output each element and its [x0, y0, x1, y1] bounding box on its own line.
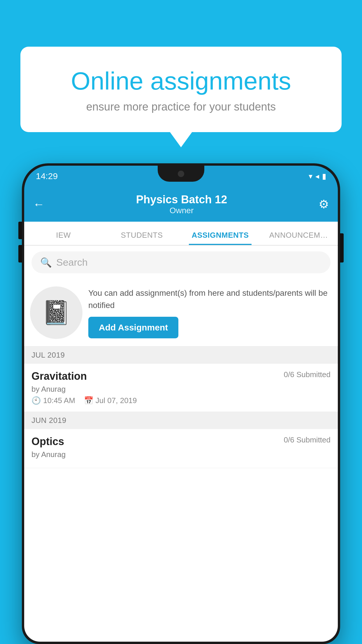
promo-section: 📓 You can add assignment(s) from here an… [24, 279, 338, 346]
power-button [340, 233, 344, 262]
promo-icon-circle: 📓 [30, 286, 82, 339]
tab-assignments[interactable]: ASSIGNMENTS [181, 231, 259, 245]
promo-description: You can add assignment(s) from here and … [88, 287, 331, 312]
tabs-bar: IEW STUDENTS ASSIGNMENTS ANNOUNCEM… [24, 222, 338, 246]
assignment-author: by Anurag [31, 385, 331, 394]
assignment-optics-top: Optics 0/6 Submitted [31, 435, 331, 448]
app-header: ← Physics Batch 12 Owner ⚙ [24, 187, 338, 222]
phone-screen: 14:29 ▾ ◂ ▮ ← Physics Batch 12 Owner ⚙ I… [24, 166, 338, 642]
status-bar: 14:29 ▾ ◂ ▮ [24, 166, 338, 187]
bubble-subtitle: ensure more practice for your students [44, 101, 318, 113]
optics-name: Optics [31, 435, 64, 448]
section-jul-2019: JUL 2019 [24, 346, 338, 364]
assignment-time-date: 🕙 10:45 AM 📅 Jul 07, 2019 [31, 396, 331, 405]
date-item: 📅 Jul 07, 2019 [84, 396, 137, 405]
tab-iew[interactable]: IEW [24, 231, 103, 245]
status-icons: ▾ ◂ ▮ [309, 172, 326, 181]
section-jun-2019: JUN 2019 [24, 412, 338, 429]
search-icon: 🔍 [40, 257, 52, 268]
tab-students[interactable]: STUDENTS [103, 231, 181, 245]
status-time: 14:29 [36, 171, 58, 181]
front-camera [178, 171, 184, 177]
volume-up-button [18, 222, 22, 239]
submission-count: 0/6 Submitted [284, 370, 331, 379]
assignment-optics[interactable]: Optics 0/6 Submitted by Anurag [24, 429, 338, 468]
settings-icon[interactable]: ⚙ [319, 197, 329, 211]
search-placeholder-text: Search [56, 257, 88, 268]
assignment-date: Jul 07, 2019 [96, 396, 137, 405]
calendar-icon: 📅 [84, 396, 93, 405]
speech-bubble: Online assignments ensure more practice … [20, 47, 342, 132]
optics-author: by Anurag [31, 450, 331, 459]
time-item: 🕙 10:45 AM [31, 396, 75, 405]
batch-title: Physics Batch 12 [136, 193, 227, 206]
back-button[interactable]: ← [33, 198, 45, 211]
volume-down-button [18, 245, 22, 262]
tab-announcements[interactable]: ANNOUNCEM… [259, 231, 338, 245]
search-input-wrap[interactable]: 🔍 Search [31, 251, 331, 273]
assignment-time: 10:45 AM [43, 396, 75, 405]
optics-submitted: 0/6 Submitted [284, 435, 331, 444]
notebook-icon: 📓 [42, 299, 71, 326]
assignment-name: Gravitation [31, 370, 87, 382]
assignment-gravitation[interactable]: Gravitation 0/6 Submitted by Anurag 🕙 10… [24, 364, 338, 412]
assignment-top-row: Gravitation 0/6 Submitted [31, 370, 331, 382]
notch [158, 166, 204, 182]
signal-icon: ◂ [315, 172, 319, 181]
battery-icon: ▮ [322, 172, 326, 181]
add-assignment-button[interactable]: Add Assignment [88, 317, 178, 338]
bubble-title: Online assignments [44, 67, 318, 95]
clock-icon: 🕙 [31, 396, 41, 405]
wifi-icon: ▾ [309, 172, 312, 181]
screen-content: 🔍 Search 📓 You can add assignment(s) fro… [24, 246, 338, 642]
phone-frame: 14:29 ▾ ◂ ▮ ← Physics Batch 12 Owner ⚙ I… [22, 163, 340, 644]
speech-bubble-area: Online assignments ensure more practice … [20, 47, 342, 132]
header-center: Physics Batch 12 Owner [136, 193, 227, 215]
batch-role: Owner [136, 206, 227, 215]
search-bar: 🔍 Search [24, 246, 338, 279]
promo-right: You can add assignment(s) from here and … [88, 287, 331, 338]
